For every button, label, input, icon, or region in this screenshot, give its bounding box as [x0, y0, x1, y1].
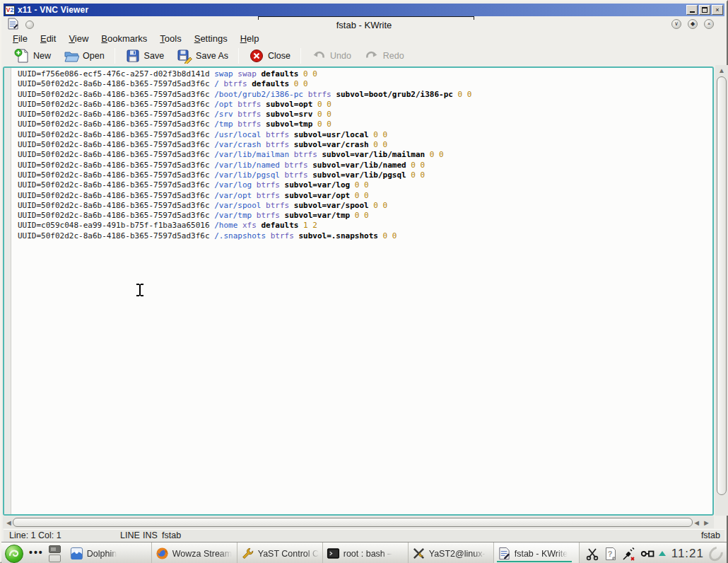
scroll-up-icon[interactable]: ▲ — [715, 66, 728, 74]
minimize-button[interactable] — [686, 5, 698, 15]
undo-button: Undo — [305, 47, 358, 66]
menu-file[interactable]: File — [6, 33, 34, 45]
open-folder-icon — [64, 48, 79, 64]
horizontal-scrollbar-thumb[interactable] — [13, 518, 693, 527]
fstab-content[interactable]: UUID=f756e086-ecf5-476c-a257-d02f3b8d141… — [18, 69, 712, 241]
text-cursor-ibeam — [136, 284, 144, 296]
toolbar-button-label: New — [33, 51, 51, 61]
task-label: root : bash – — [344, 549, 393, 559]
terminal-icon — [327, 547, 340, 560]
fstab-line: UUID=50f02d2c-8a6b-4186-b365-7597d5ad3f6… — [18, 150, 712, 160]
task-buttons: DolphinWowza StreamYaST Control Croot : … — [66, 542, 580, 563]
clock[interactable]: 11:21 — [671, 547, 704, 561]
fstab-line: UUID=50f02d2c-8a6b-4186-b365-7597d5ad3f6… — [18, 120, 712, 129]
start-menu-button[interactable] — [5, 545, 23, 563]
toolbar-separator — [238, 48, 239, 64]
text-editor[interactable]: UUID=f756e086-ecf5-476c-a257-d02f3b8d141… — [3, 66, 714, 516]
task-dolphin[interactable]: Dolphin — [66, 542, 152, 563]
fstab-line: UUID=c059c048-ea99-491b-b75f-f1ba3aa6501… — [18, 221, 712, 231]
system-tray: ? — [585, 547, 654, 561]
fstab-line: UUID=50f02d2c-8a6b-4186-b365-7597d5ad3f6… — [18, 201, 712, 211]
close-button[interactable]: × — [712, 5, 723, 15]
document-name-label: fstab — [162, 530, 181, 540]
statusbar: Line: 1 Col: 1 LINE INS fstab fstab — [4, 529, 724, 542]
task-label: YaST Control C — [258, 549, 319, 559]
fstab-line: UUID=50f02d2c-8a6b-4186-b365-7597d5ad3f6… — [18, 231, 712, 241]
menu-help[interactable]: Help — [234, 33, 266, 45]
fstab-line: UUID=50f02d2c-8a6b-4186-b365-7597d5ad3f6… — [18, 170, 712, 180]
pager-desktop-2[interactable] — [49, 555, 61, 562]
vertical-scrollbar[interactable]: ▲ — [715, 65, 728, 516]
vnc-titlebar[interactable]: V2 x11 - VNC Viewer × — [4, 4, 724, 16]
new-document-icon — [14, 48, 30, 64]
toolbar-separator — [115, 48, 115, 64]
firefox-icon — [155, 547, 169, 560]
toolbar-button-label: Open — [83, 51, 105, 61]
fstab-line: UUID=50f02d2c-8a6b-4186-b365-7597d5ad3f6… — [18, 211, 712, 221]
horizontal-scrollbar[interactable]: ◄ ◄► — [3, 516, 714, 528]
task-wowza-stream[interactable]: Wowza Stream — [152, 542, 237, 563]
task-yast2-linux[interactable]: YaST2@linux- — [409, 542, 494, 563]
redo-icon — [364, 48, 380, 64]
toolbar-button-label: Undo — [330, 51, 351, 61]
task-label: fstab - KWrite — [515, 549, 568, 559]
toolbar-button-label: Save — [144, 51, 165, 61]
toolbar: NewOpenSaveSave AsCloseUndoRedo — [4, 45, 724, 66]
kwrite-maximize-button[interactable]: ◆ — [688, 19, 698, 29]
plug-disconnected-icon[interactable] — [622, 547, 636, 561]
kwrite-minimize-button[interactable]: ∨ — [671, 19, 681, 29]
vnc-window-title: x11 - VNC Viewer — [18, 5, 88, 15]
menu-edit[interactable]: Edit — [34, 33, 62, 45]
yast2-icon — [412, 547, 425, 560]
kwrite-window-title: fstab - KWrite — [4, 20, 724, 30]
task-fstab-kwrite[interactable]: fstab - KWrite — [494, 542, 580, 563]
new-button[interactable]: New — [8, 47, 57, 66]
insert-mode-label[interactable]: INS — [143, 530, 158, 540]
task-label: Dolphin — [87, 549, 117, 559]
fstab-line: UUID=50f02d2c-8a6b-4186-b365-7597d5ad3f6… — [18, 191, 712, 201]
kwrite-close-button[interactable]: × — [704, 19, 714, 29]
document-name-right-label: fstab — [701, 530, 720, 540]
redo-button: Redo — [358, 47, 411, 66]
toolbar-button-label: Redo — [383, 51, 404, 61]
kwrite-icon — [498, 547, 511, 560]
menu-tools[interactable]: Tools — [153, 33, 187, 45]
vnc-logo-icon: V2 — [5, 6, 15, 15]
menubar: FileEditViewBookmarksToolsSettingsHelp — [4, 32, 724, 45]
pager-desktop-1[interactable] — [49, 545, 61, 553]
scissors-icon[interactable] — [585, 547, 599, 561]
question-document-icon[interactable]: ? — [604, 547, 618, 561]
task-yast-control-c[interactable]: YaST Control C — [237, 542, 323, 563]
close-button[interactable]: Close — [242, 47, 297, 66]
save-button[interactable]: Save — [119, 47, 171, 66]
maximize-button[interactable] — [699, 5, 710, 15]
task-root-bash[interactable]: root : bash – — [323, 542, 409, 563]
fstab-line: UUID=50f02d2c-8a6b-4186-b365-7597d5ad3f6… — [18, 130, 712, 140]
fstab-line: UUID=50f02d2c-8a6b-4186-b365-7597d5ad3f6… — [18, 180, 712, 190]
fstab-line: UUID=50f02d2c-8a6b-4186-b365-7597d5ad3f6… — [18, 90, 712, 100]
menu-view[interactable]: View — [62, 33, 95, 45]
menu-bookmarks[interactable]: Bookmarks — [95, 33, 153, 45]
menu-settings[interactable]: Settings — [188, 33, 234, 45]
save-as-button[interactable]: Save As — [170, 47, 235, 66]
panel-handle-dots-icon[interactable]: ••• — [29, 547, 44, 558]
open-button[interactable]: Open — [57, 47, 111, 66]
save-as-icon — [177, 48, 192, 64]
toolbar-separator — [300, 48, 301, 64]
connector-icon[interactable] — [640, 547, 654, 561]
selection-mode-label[interactable]: LINE — [120, 530, 140, 540]
desktop-pager[interactable] — [49, 545, 61, 562]
scroll-left-right-icons[interactable]: ◄► — [693, 518, 712, 527]
cursor-position-label: Line: 1 Col: 1 — [9, 530, 61, 540]
fstab-line: UUID=50f02d2c-8a6b-4186-b365-7597d5ad3f6… — [18, 79, 712, 89]
vertical-scrollbar-thumb[interactable] — [717, 76, 727, 495]
panel-expand-arrow-icon[interactable] — [659, 551, 666, 556]
taskbar-panel: ••• DolphinWowza StreamYaST Control Croo… — [1, 542, 727, 563]
fstab-line: UUID=f756e086-ecf5-476c-a257-d02f3b8d141… — [18, 69, 712, 79]
wrench-icon — [241, 547, 254, 560]
kwrite-titlebar[interactable]: fstab - KWrite ∨ ◆ × — [4, 16, 724, 32]
dolphin-icon — [70, 547, 83, 560]
undo-icon — [311, 48, 327, 64]
vnc-viewer-window: V2 x11 - VNC Viewer × fstab - KWrite ∨ ◆… — [0, 0, 728, 563]
desktop-corner-icon[interactable] — [706, 543, 726, 563]
